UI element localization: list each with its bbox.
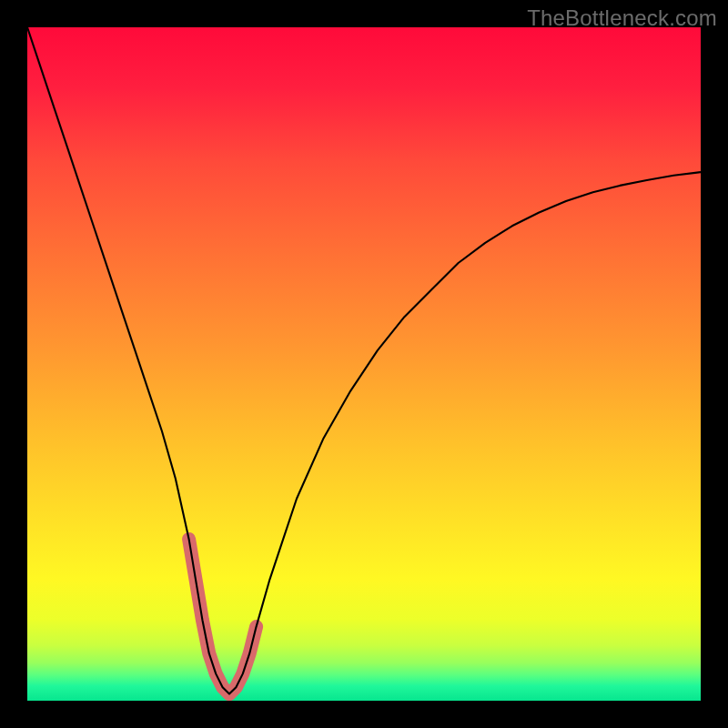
plot-area — [27, 27, 701, 701]
outer-frame: TheBottleneck.com — [0, 0, 728, 728]
chart-svg — [27, 27, 701, 701]
gradient-background — [27, 27, 701, 701]
